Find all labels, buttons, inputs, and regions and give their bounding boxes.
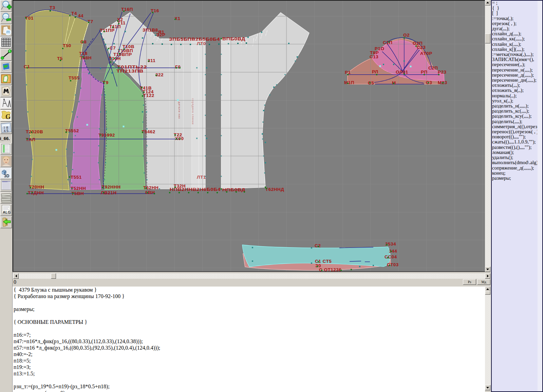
svg-text:С3: С3 bbox=[426, 80, 432, 85]
svg-text:С1П: С1П bbox=[383, 40, 392, 45]
svg-text:Т122: Т122 bbox=[143, 93, 154, 98]
svg-text:Р23: Р23 bbox=[438, 70, 447, 75]
svg-text:Т2ДНН: Т2ДНН bbox=[28, 190, 44, 195]
svg-text:Т16П: Т16П bbox=[121, 7, 133, 12]
svg-text:М1П: М1П bbox=[344, 80, 354, 85]
svg-text:Т52НН: Т52НН bbox=[71, 186, 86, 191]
svg-text:Т5552: Т5552 bbox=[65, 128, 79, 133]
svg-text:Т16: Т16 bbox=[151, 8, 159, 13]
svg-text:ЗП1В8: ЗП1В8 bbox=[143, 27, 158, 33]
svg-text:Т3: Т3 bbox=[50, 5, 55, 10]
svg-text:Т4: Т4 bbox=[71, 11, 77, 16]
svg-text:С7: С7 bbox=[110, 45, 116, 51]
svg-text:РЛ: РЛ bbox=[372, 69, 378, 74]
svg-text:344: 344 bbox=[389, 249, 397, 254]
svg-text:Т551: Т551 bbox=[71, 175, 82, 180]
svg-text:С23: С23 bbox=[417, 45, 426, 50]
svg-text:Т11ПР: Т11ПР bbox=[100, 28, 115, 33]
svg-text:44: 44 bbox=[78, 13, 83, 18]
svg-text:G: G bbox=[5, 113, 11, 120]
svg-text:ОЛ01: ОЛ01 bbox=[396, 70, 408, 75]
svg-text:Т2020В: Т2020В bbox=[26, 129, 43, 134]
svg-text:О2: О2 bbox=[403, 33, 410, 38]
svg-text:Т7: Т7 bbox=[88, 19, 93, 24]
svg-text:Т88Н: Т88Н bbox=[80, 55, 92, 60]
svg-text:С8: С8 bbox=[80, 39, 87, 44]
svg-text:С2П: С2П bbox=[428, 65, 438, 71]
svg-text:Т92ННН: Т92ННН bbox=[102, 184, 121, 190]
svg-text:АТ0Р: АТ0Р bbox=[420, 51, 432, 56]
svg-text:Х1: Х1 bbox=[174, 16, 181, 21]
svg-text:Т62ННД: Т62ННД bbox=[265, 187, 284, 192]
svg-text:3534: 3534 bbox=[385, 241, 396, 247]
svg-text:Г0: Г0 bbox=[175, 64, 181, 70]
svg-text:С2: С2 bbox=[315, 243, 321, 248]
svg-text:РП: РП bbox=[421, 70, 428, 75]
svg-text:С13: С13 bbox=[370, 54, 378, 59]
svg-text:ТП213ПВ: ТП213ПВ bbox=[116, 68, 144, 74]
svg-text:С5: С5 bbox=[368, 80, 374, 85]
svg-text:Э2Р: Э2Р bbox=[156, 32, 166, 37]
svg-text:4 5: 4 5 bbox=[3, 129, 8, 133]
svg-text:Т5462: Т5462 bbox=[142, 129, 155, 134]
svg-text:детали низ: детали низ bbox=[178, 102, 181, 119]
svg-text:СС04: СС04 bbox=[385, 254, 397, 259]
svg-text:3D: 3D bbox=[4, 174, 10, 178]
svg-text:Т50: Т50 bbox=[63, 43, 71, 48]
svg-text:СТ03: СТ03 bbox=[387, 262, 399, 267]
svg-text:ALG: ALG bbox=[3, 210, 11, 214]
svg-text:Т91992: Т91992 bbox=[98, 133, 115, 138]
